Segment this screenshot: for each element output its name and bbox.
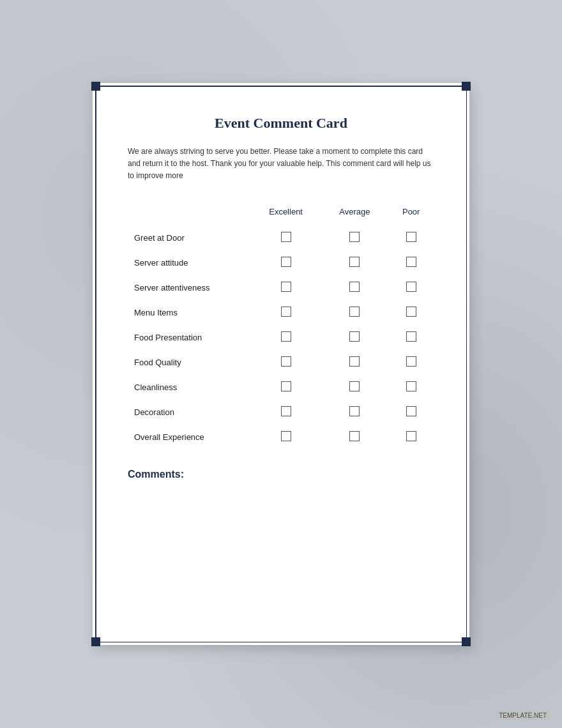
corner-br <box>462 637 471 646</box>
checkbox-icon[interactable] <box>349 282 360 292</box>
checkbox-icon[interactable] <box>406 307 416 317</box>
table-row: Menu Items <box>128 300 434 325</box>
checkbox-icon[interactable] <box>406 257 416 267</box>
row-label: Cleanliness <box>128 375 250 400</box>
comments-section: Comments: <box>128 469 434 480</box>
table-row: Food Presentation <box>128 325 434 350</box>
checkbox-poor[interactable] <box>388 375 434 400</box>
checkbox-poor[interactable] <box>388 300 434 325</box>
checkbox-poor[interactable] <box>388 425 434 450</box>
row-label: Food Quality <box>128 350 250 375</box>
border-right <box>466 91 467 637</box>
row-label: Server attitude <box>128 250 250 275</box>
checkbox-icon[interactable] <box>349 381 360 391</box>
checkbox-icon[interactable] <box>349 406 360 416</box>
checkbox-excellent[interactable] <box>250 325 321 350</box>
rating-table: Excellent Average Poor Greet at DoorServ… <box>128 202 434 450</box>
table-row: Cleanliness <box>128 375 434 400</box>
col-header-average: Average <box>321 202 388 225</box>
checkbox-icon[interactable] <box>406 331 416 342</box>
checkbox-icon[interactable] <box>349 307 360 317</box>
checkbox-icon[interactable] <box>281 331 291 342</box>
checkbox-excellent[interactable] <box>250 275 321 300</box>
comments-label: Comments: <box>128 469 184 480</box>
checkbox-average[interactable] <box>321 375 388 400</box>
checkbox-icon[interactable] <box>349 257 360 267</box>
table-row: Greet at Door <box>128 225 434 250</box>
watermark: TEMPLATE.NET <box>495 711 551 720</box>
row-label: Food Presentation <box>128 325 250 350</box>
checkbox-excellent[interactable] <box>250 375 321 400</box>
checkbox-poor[interactable] <box>388 225 434 250</box>
checkbox-icon[interactable] <box>281 282 291 292</box>
checkbox-average[interactable] <box>321 250 388 275</box>
corner-tr <box>462 82 471 91</box>
checkbox-icon[interactable] <box>406 282 416 292</box>
table-row: Decoration <box>128 400 434 425</box>
border-top <box>100 86 462 87</box>
table-row: Server attentiveness <box>128 275 434 300</box>
table-row: Overall Experience <box>128 425 434 450</box>
checkbox-average[interactable] <box>321 425 388 450</box>
border-left <box>95 91 96 637</box>
checkbox-poor[interactable] <box>388 400 434 425</box>
col-header-label <box>128 202 250 225</box>
checkbox-average[interactable] <box>321 325 388 350</box>
border-bottom <box>100 642 462 643</box>
checkbox-average[interactable] <box>321 350 388 375</box>
checkbox-icon[interactable] <box>281 257 291 267</box>
checkbox-excellent[interactable] <box>250 225 321 250</box>
checkbox-average[interactable] <box>321 225 388 250</box>
checkbox-excellent[interactable] <box>250 250 321 275</box>
checkbox-average[interactable] <box>321 400 388 425</box>
table-row: Server attitude <box>128 250 434 275</box>
checkbox-icon[interactable] <box>349 356 360 367</box>
checkbox-poor[interactable] <box>388 350 434 375</box>
card-title: Event Comment Card <box>128 115 434 132</box>
row-label: Overall Experience <box>128 425 250 450</box>
checkbox-excellent[interactable] <box>250 300 321 325</box>
checkbox-icon[interactable] <box>406 381 416 391</box>
checkbox-icon[interactable] <box>406 406 416 416</box>
col-header-excellent: Excellent <box>250 202 321 225</box>
checkbox-icon[interactable] <box>406 431 416 441</box>
corner-tl <box>91 82 100 91</box>
row-label: Decoration <box>128 400 250 425</box>
checkbox-icon[interactable] <box>281 356 291 367</box>
row-label: Greet at Door <box>128 225 250 250</box>
checkbox-icon[interactable] <box>281 406 291 416</box>
row-label: Server attentiveness <box>128 275 250 300</box>
corner-bl <box>91 637 100 646</box>
checkbox-icon[interactable] <box>281 381 291 391</box>
checkbox-icon[interactable] <box>281 431 291 441</box>
checkbox-average[interactable] <box>321 300 388 325</box>
comment-card: Event Comment Card We are always strivin… <box>93 83 469 645</box>
checkbox-icon[interactable] <box>349 331 360 342</box>
table-row: Food Quality <box>128 350 434 375</box>
checkbox-icon[interactable] <box>281 307 291 317</box>
checkbox-poor[interactable] <box>388 325 434 350</box>
checkbox-icon[interactable] <box>406 232 416 242</box>
card-intro: We are always striving to serve you bett… <box>128 146 434 183</box>
checkbox-poor[interactable] <box>388 275 434 300</box>
checkbox-average[interactable] <box>321 275 388 300</box>
checkbox-excellent[interactable] <box>250 425 321 450</box>
checkbox-excellent[interactable] <box>250 350 321 375</box>
checkbox-icon[interactable] <box>349 232 360 242</box>
checkbox-icon[interactable] <box>406 356 416 367</box>
checkbox-excellent[interactable] <box>250 400 321 425</box>
row-label: Menu Items <box>128 300 250 325</box>
col-header-poor: Poor <box>388 202 434 225</box>
checkbox-poor[interactable] <box>388 250 434 275</box>
checkbox-icon[interactable] <box>281 232 291 242</box>
checkbox-icon[interactable] <box>349 431 360 441</box>
